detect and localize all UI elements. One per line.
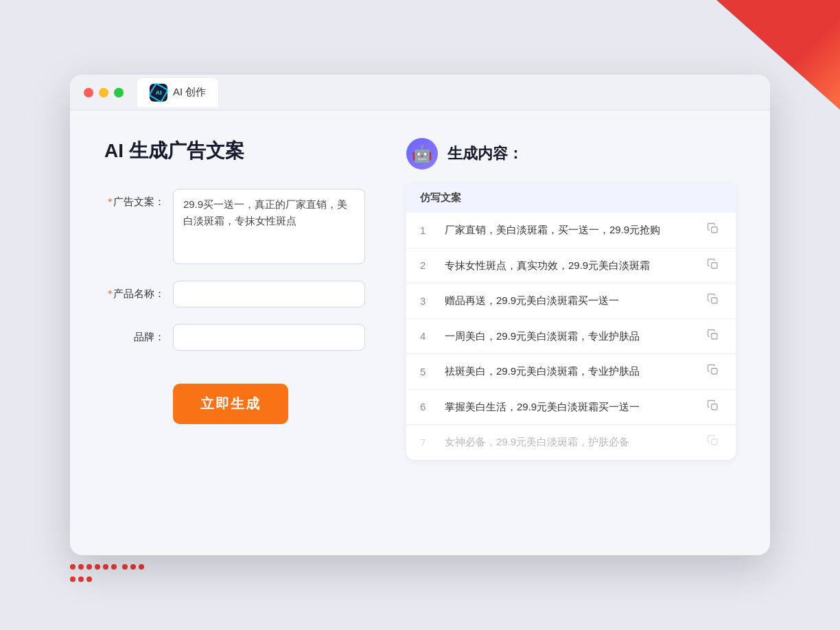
copy-button[interactable] — [707, 258, 722, 273]
right-header: 生成内容： — [406, 138, 736, 170]
results-list: 1厂家直销，美白淡斑霜，买一送一，29.9元抢购2专抹女性斑点，真实功效，29.… — [406, 213, 736, 460]
copy-button[interactable] — [707, 434, 722, 450]
result-number: 7 — [420, 436, 434, 448]
svg-rect-2 — [712, 298, 717, 303]
result-number: 3 — [420, 295, 434, 307]
result-number: 4 — [420, 330, 434, 342]
svg-rect-5 — [712, 404, 717, 410]
result-text: 赠品再送，29.9元美白淡斑霜买一送一 — [445, 293, 696, 309]
svg-rect-1 — [712, 263, 717, 268]
table-row: 3赠品再送，29.9元美白淡斑霜买一送一 — [406, 283, 736, 319]
results-container: 仿写文案 1厂家直销，美白淡斑霜，买一送一，29.9元抢购2专抹女性斑点，真实功… — [406, 183, 736, 460]
copy-button[interactable] — [707, 293, 722, 308]
brand-row: 品牌： 好白 — [104, 324, 365, 351]
brand-label: 品牌： — [104, 324, 165, 344]
tab-ai-create[interactable]: AI AI 创作 — [137, 78, 218, 107]
app-window: AI AI 创作 AI 生成广告文案 *广告文案： 29.9买一送一，真正的厂家… — [70, 75, 770, 555]
results-header: 仿写文案 — [406, 183, 736, 213]
tab-label: AI 创作 — [173, 86, 206, 99]
ad-copy-textarea[interactable]: 29.9买一送一，真正的厂家直销，美白淡斑霜，专抹女性斑点 — [173, 189, 365, 264]
ai-tab-icon: AI — [150, 84, 167, 102]
copy-button[interactable] — [707, 364, 722, 379]
copy-button[interactable] — [707, 329, 722, 344]
titlebar: AI AI 创作 — [70, 75, 770, 110]
table-row: 4一周美白，29.9元美白淡斑霜，专业护肤品 — [406, 319, 736, 355]
maximize-button[interactable] — [114, 88, 124, 97]
left-panel: AI 生成广告文案 *广告文案： 29.9买一送一，真正的厂家直销，美白淡斑霜，… — [104, 138, 365, 460]
ad-copy-label: *广告文案： — [104, 189, 165, 209]
right-title: 生成内容： — [447, 143, 523, 164]
generate-button[interactable]: 立即生成 — [173, 384, 288, 424]
result-number: 1 — [420, 224, 434, 236]
svg-rect-6 — [712, 439, 717, 445]
close-button[interactable] — [84, 88, 93, 97]
content-area: AI 生成广告文案 *广告文案： 29.9买一送一，真正的厂家直销，美白淡斑霜，… — [70, 110, 770, 487]
bot-icon — [406, 138, 438, 170]
required-star-product: * — [108, 288, 112, 299]
product-name-row: *产品名称： 美白淡斑霜 — [104, 281, 365, 307]
page-title: AI 生成广告文案 — [104, 138, 365, 164]
table-row: 2专抹女性斑点，真实功效，29.9元美白淡斑霜 — [406, 248, 736, 284]
result-text: 掌握美白生活，29.9元美白淡斑霜买一送一 — [445, 399, 696, 415]
result-text: 厂家直销，美白淡斑霜，买一送一，29.9元抢购 — [445, 222, 696, 238]
svg-rect-4 — [712, 369, 717, 374]
minimize-button[interactable] — [99, 88, 108, 97]
product-name-input[interactable]: 美白淡斑霜 — [173, 281, 365, 307]
result-number: 2 — [420, 259, 434, 271]
right-panel: 生成内容： 仿写文案 1厂家直销，美白淡斑霜，买一送一，29.9元抢购2专抹女性… — [406, 138, 736, 460]
result-text: 女神必备，29.9元美白淡斑霜，护肤必备 — [445, 434, 696, 450]
table-row: 1厂家直销，美白淡斑霜，买一送一，29.9元抢购 — [406, 213, 736, 248]
required-star-ad: * — [108, 196, 112, 207]
deco-dots-bottom-left — [69, 561, 151, 589]
table-row: 7女神必备，29.9元美白淡斑霜，护肤必备 — [406, 425, 736, 460]
table-row: 6掌握美白生活，29.9元美白淡斑霜买一送一 — [406, 390, 736, 425]
table-row: 5祛斑美白，29.9元美白淡斑霜，专业护肤品 — [406, 354, 736, 390]
product-name-label: *产品名称： — [104, 281, 165, 301]
svg-rect-3 — [712, 334, 717, 339]
result-number: 5 — [420, 366, 434, 377]
copy-button[interactable] — [707, 399, 722, 415]
result-text: 一周美白，29.9元美白淡斑霜，专业护肤品 — [445, 329, 696, 345]
result-text: 祛斑美白，29.9元美白淡斑霜，专业护肤品 — [445, 364, 696, 380]
svg-rect-0 — [712, 227, 717, 233]
ad-copy-row: *广告文案： 29.9买一送一，真正的厂家直销，美白淡斑霜，专抹女性斑点 — [104, 189, 365, 264]
result-text: 专抹女性斑点，真实功效，29.9元美白淡斑霜 — [445, 258, 696, 274]
brand-input[interactable]: 好白 — [173, 324, 365, 351]
result-number: 6 — [420, 401, 434, 412]
copy-button[interactable] — [707, 222, 722, 237]
window-controls — [84, 88, 124, 97]
